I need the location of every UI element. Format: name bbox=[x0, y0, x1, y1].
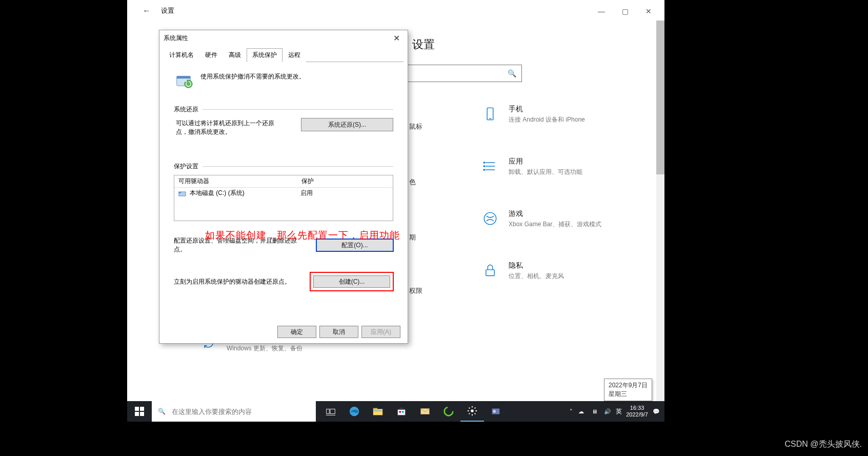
svg-rect-25 bbox=[374, 410, 382, 411]
tray-network-icon[interactable]: 🖥 bbox=[590, 407, 598, 415]
xbox-icon bbox=[481, 209, 499, 228]
svg-rect-26 bbox=[398, 409, 406, 415]
svg-rect-18 bbox=[140, 412, 144, 416]
svg-point-8 bbox=[484, 212, 496, 224]
obscured-left-column: 鼠标 色 期 权限 bbox=[409, 122, 422, 295]
svg-rect-29 bbox=[402, 411, 404, 413]
back-button[interactable]: ← bbox=[137, 6, 156, 15]
drive-list[interactable]: 可用驱动器 保护 本地磁盘 (C:) (系统) 启用 bbox=[174, 175, 393, 221]
settings-titlebar: ← 设置 — ▢ ✕ bbox=[127, 0, 664, 22]
lock-icon bbox=[481, 261, 499, 280]
svg-rect-19 bbox=[327, 409, 330, 413]
category-privacy[interactable]: 隐私位置、相机、麦克风 bbox=[481, 261, 645, 281]
page-title: 设置 bbox=[412, 37, 644, 52]
minimize-button[interactable]: — bbox=[590, 4, 613, 18]
ime-indicator[interactable]: 英 bbox=[616, 407, 622, 416]
category-gaming[interactable]: 游戏Xbox Game Bar、捕获、游戏模式 bbox=[481, 209, 645, 229]
svg-rect-14 bbox=[179, 192, 181, 193]
svg-rect-27 bbox=[400, 408, 403, 410]
tray-onedrive-icon[interactable]: ☁ bbox=[577, 407, 585, 415]
svg-rect-20 bbox=[330, 409, 335, 413]
task-view-button[interactable] bbox=[319, 401, 342, 422]
protect-section-label: 保护设置 bbox=[174, 162, 198, 171]
category-apps[interactable]: 应用卸载、默认应用、可选功能 bbox=[481, 157, 645, 176]
svg-point-6 bbox=[483, 166, 485, 167]
tray-chevron-icon[interactable]: ˄ bbox=[570, 408, 573, 415]
maximize-button[interactable]: ▢ bbox=[613, 4, 637, 18]
app-icon-purple[interactable] bbox=[484, 401, 508, 422]
drive-name: 本地磁盘 (C:) (系统) bbox=[190, 189, 300, 197]
taskbar-search[interactable]: 🔍 bbox=[152, 401, 316, 422]
mail-icon[interactable] bbox=[413, 401, 437, 422]
search-icon: 🔍 bbox=[158, 408, 166, 415]
settings-taskbar-icon[interactable] bbox=[460, 401, 484, 422]
create-highlight: 创建(C)... bbox=[310, 272, 393, 291]
apply-button[interactable]: 应用(A) bbox=[361, 326, 400, 338]
system-restore-button[interactable]: 系统还原(S)... bbox=[301, 118, 393, 131]
restore-description: 可以通过将计算机还原到上一个还原点，撤消系统更改。 bbox=[174, 118, 286, 136]
taskbar-clock[interactable]: 16:33 2022/9/7 bbox=[626, 405, 648, 418]
svg-point-34 bbox=[493, 410, 496, 413]
intro-text: 使用系统保护撤消不需要的系统更改。 bbox=[200, 70, 305, 81]
col-drive: 可用驱动器 bbox=[174, 175, 297, 187]
svg-point-32 bbox=[471, 409, 474, 412]
svg-rect-16 bbox=[140, 407, 144, 411]
taskbar: 🔍 ˄ ☁ 🖥 🔊 英 16:33 2022/9/7 💬 bbox=[127, 401, 664, 422]
col-protect: 保护 bbox=[297, 175, 318, 187]
dialog-title-text: 系统属性 bbox=[164, 34, 188, 43]
close-button[interactable]: ✕ bbox=[637, 4, 660, 18]
tab-row: 计算机名 硬件 高级 系统保护 远程 bbox=[164, 48, 403, 62]
svg-rect-11 bbox=[177, 76, 191, 78]
tray-volume-icon[interactable]: 🔊 bbox=[603, 407, 612, 415]
store-icon[interactable] bbox=[390, 401, 413, 422]
svg-point-31 bbox=[445, 407, 453, 416]
app-icon-green[interactable] bbox=[437, 401, 460, 422]
shield-icon bbox=[174, 70, 193, 90]
start-button[interactable] bbox=[127, 401, 152, 422]
tab-computer-name[interactable]: 计算机名 bbox=[164, 48, 199, 62]
dialog-titlebar[interactable]: 系统属性 ✕ bbox=[159, 30, 408, 46]
annotation-text: 如果不能创建，那么先配置一下，启用功能 bbox=[205, 229, 400, 242]
cancel-button[interactable]: 取消 bbox=[319, 326, 358, 338]
restore-section-label: 系统还原 bbox=[174, 105, 198, 114]
settings-app-title: 设置 bbox=[156, 6, 174, 15]
search-icon: 🔍 bbox=[508, 69, 516, 77]
tab-hardware[interactable]: 硬件 bbox=[199, 48, 223, 62]
watermark: CSDN @秃头披风侠. bbox=[785, 439, 862, 450]
dialog-close-button[interactable]: ✕ bbox=[389, 33, 403, 43]
tab-system-protection[interactable]: 系统保护 bbox=[247, 48, 282, 62]
apps-icon bbox=[481, 157, 499, 175]
tab-remote[interactable]: 远程 bbox=[282, 48, 306, 62]
svg-point-7 bbox=[483, 169, 485, 170]
system-properties-dialog: 系统属性 ✕ 计算机名 硬件 高级 系统保护 远程 使用系统保护撤消不需要的系统… bbox=[159, 30, 408, 344]
edge-icon[interactable] bbox=[342, 401, 366, 422]
phone-icon bbox=[481, 105, 499, 123]
tab-advanced[interactable]: 高级 bbox=[223, 48, 247, 62]
ok-button[interactable]: 确定 bbox=[277, 326, 316, 338]
svg-rect-9 bbox=[486, 270, 494, 276]
svg-rect-0 bbox=[487, 108, 493, 120]
create-button[interactable]: 创建(C)... bbox=[313, 275, 390, 288]
category-phone[interactable]: 手机连接 Android 设备和 iPhone bbox=[481, 105, 645, 124]
svg-rect-15 bbox=[135, 407, 139, 411]
notifications-icon[interactable]: 💬 bbox=[652, 407, 660, 415]
svg-point-5 bbox=[483, 162, 485, 163]
svg-rect-17 bbox=[135, 412, 139, 416]
create-description: 立刻为启用系统保护的驱动器创建还原点。 bbox=[174, 277, 294, 286]
date-tooltip: 2022年9月7日 星期三 bbox=[604, 379, 652, 401]
explorer-icon[interactable] bbox=[366, 401, 390, 422]
drive-row[interactable]: 本地磁盘 (C:) (系统) 启用 bbox=[174, 188, 393, 199]
disk-icon bbox=[178, 190, 187, 196]
svg-rect-24 bbox=[373, 408, 377, 410]
taskbar-search-input[interactable] bbox=[171, 407, 310, 416]
drive-status: 启用 bbox=[300, 189, 313, 197]
svg-rect-28 bbox=[399, 411, 401, 413]
